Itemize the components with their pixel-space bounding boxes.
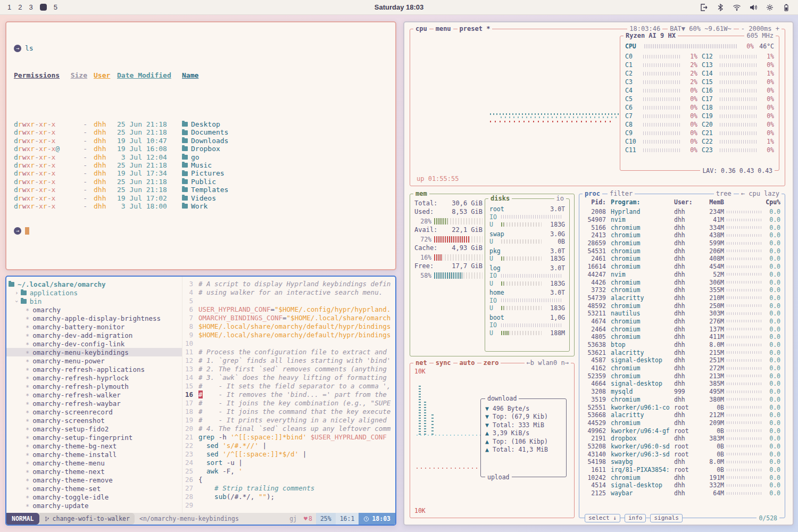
tree-item[interactable]: ∗ omarchy-refresh-plymouth	[6, 382, 182, 390]
code-line[interactable]: 13 # 2. The first `sed` removes comments…	[182, 365, 395, 373]
settings-gear-icon[interactable]	[766, 3, 774, 12]
process-row[interactable]: 4674 chromium dhh 276M 0.0	[584, 318, 780, 326]
filter-button[interactable]: filter	[608, 189, 635, 198]
workspace-number[interactable]: 3	[29, 3, 32, 11]
volume-icon[interactable]	[749, 3, 758, 12]
io-tab[interactable]: io	[554, 194, 566, 203]
process-row[interactable]: 54907 nvim dhh 41M 0.0	[584, 216, 780, 224]
process-row[interactable]: 54198 swaybg dhh 8.0M 0.0	[584, 458, 780, 466]
tree-item[interactable]: ∗ omarchy-theme-next	[6, 467, 182, 476]
tree-item[interactable]: ∗ omarchy-dev-add-migration	[6, 331, 182, 339]
code-line[interactable]: 22 sed 's/#.*//' |	[182, 442, 395, 450]
tree-item[interactable]: › applications	[6, 288, 182, 297]
code-line[interactable]: 14 # 3. `awk` does the heavy lifting of …	[182, 373, 395, 382]
net-tab[interactable]: zero	[481, 359, 501, 367]
process-row[interactable]: 4162 chromium dhh 272M 0.0	[584, 364, 780, 372]
process-row[interactable]: 54531 chromium dhh 206M 0.0	[584, 247, 780, 255]
mem-tab[interactable]: mem	[413, 189, 429, 198]
tree-item[interactable]: ∗ omarchy-toggle-idle	[6, 493, 182, 501]
process-row[interactable]: 52551 kworker/u96:1-co root 0B 0.0	[584, 403, 780, 411]
battery-icon[interactable]	[782, 3, 791, 12]
process-row[interactable]: 5166 chromium dhh 334M 0.0	[584, 223, 780, 231]
process-row[interactable]: 53208 kworker/u96:0-sd root 0B 0.0	[584, 443, 780, 451]
tree-item[interactable]: ∗ omarchy-menu-power	[6, 356, 182, 365]
process-row[interactable]: 53621 alacritty dhh 215M 0.0	[584, 348, 780, 356]
tree-item[interactable]: ∗ omarchy	[6, 305, 182, 314]
tree-item[interactable]: ∗ omarchy-menu-keybindings	[6, 348, 182, 356]
info-button[interactable]: info	[625, 514, 646, 522]
tree-item[interactable]: ∗ omarchy-battery-monitor	[6, 322, 182, 331]
code-line[interactable]: 24 sort -u |	[182, 459, 395, 467]
process-row[interactable]: 53638 btop dhh 8.0M 0.0	[584, 341, 780, 349]
process-row[interactable]: 3208 mysqld 999 495M 0.0	[584, 388, 780, 396]
process-row[interactable]: 2464 chromium dhh 137M 0.0	[584, 325, 780, 333]
tree-item[interactable]: ∗ omarchy-refresh-hyprlock	[6, 373, 182, 382]
code-line[interactable]: 11 # Process the configuration file to e…	[182, 348, 395, 356]
code-line[interactable]: 19 # - It prints everything in a nicely …	[182, 416, 395, 425]
process-row[interactable]: 4514 signal-desktop dhh 332M 0.0	[584, 481, 780, 489]
process-row[interactable]: 44529 chromium dhh 209M 0.0	[584, 419, 780, 427]
tree-item[interactable]: ∗ omarchy-setup-fido2	[6, 425, 182, 433]
code-line[interactable]: 5	[182, 297, 395, 305]
network-interface[interactable]: ←b wlan0 n→	[525, 359, 571, 367]
code-line[interactable]: 12 # 1. `grep` finds all lines starting …	[182, 356, 395, 365]
code-line[interactable]: 10	[182, 339, 395, 348]
code-line[interactable]: 27 # Strip trailing comments	[182, 484, 395, 493]
signals-button[interactable]: signals	[650, 514, 682, 522]
tree-item[interactable]: ∗ omarchy-theme-remove	[6, 476, 182, 484]
process-row[interactable]: 49962 kworker/u96:4-gf root 0B 0.0	[584, 427, 780, 435]
code-line[interactable]: 15 # - It sets the field separator to a …	[182, 382, 395, 390]
code-line[interactable]: 3 # A script to display Hyprland keybind…	[182, 280, 395, 288]
code-line[interactable]: 9 $HOME/.local/share/omarchy/default/hyp…	[182, 331, 395, 339]
process-row[interactable]: 43140 kworker/u96:3-sd root 0B 0.0	[584, 450, 780, 458]
terminal-window-ls[interactable]: → ls Permissions Size User Date Modified…	[5, 21, 396, 270]
code-line[interactable]: 18 # - It joins the command that the key…	[182, 408, 395, 416]
btop-tab[interactable]: preset *	[458, 24, 493, 33]
code-line[interactable]: 21 grep -h '^[[:space:]]*bind' $USER_HYP…	[182, 433, 395, 442]
process-row[interactable]: 3519 chromium dhh 380M 0.0	[584, 396, 780, 404]
process-row[interactable]: 4664 signal-desktop dhh 385M 0.0	[584, 380, 780, 388]
code-line[interactable]: 8 $HOME/.local/share/omarchy/default/hyp…	[182, 322, 395, 331]
tree-item[interactable]: ∗ omarchy-screenrecord	[6, 408, 182, 416]
btop-tab[interactable]: menu	[434, 24, 453, 33]
process-row[interactable]: 10242 chromium dhh 191M 0.0	[584, 473, 780, 481]
tree-item[interactable]: ~/.local/share/omarchy	[6, 280, 182, 288]
proc-tab[interactable]: proc	[583, 189, 602, 198]
code-line[interactable]: 25 awk -F, '	[182, 467, 395, 476]
code-editor[interactable]: 3 # A script to display Hyprland keybind…	[182, 277, 395, 513]
net-tab[interactable]: sync	[434, 359, 453, 367]
workspace-active-indicator[interactable]	[40, 4, 47, 11]
tree-toggle[interactable]: tree	[714, 189, 734, 198]
process-row[interactable]: 28659 chromium dhh 599M 0.0	[584, 239, 780, 247]
proc-options[interactable]: ← cpu lazy	[739, 189, 782, 198]
tree-item[interactable]: ∗ omarchy-theme-bg-next	[6, 442, 182, 450]
process-row[interactable]: 3732 chromium dhh 355M 0.0	[584, 286, 780, 294]
process-row[interactable]: 53668 alacritty dhh 212M 0.0	[584, 411, 780, 419]
code-line[interactable]: 26 {	[182, 476, 395, 484]
process-row[interactable]: 4805 chromium dhh 411M 0.0	[584, 333, 780, 341]
net-tab[interactable]: auto	[458, 359, 477, 367]
process-row[interactable]: 2125 waybar dhh 64M 0.0	[584, 489, 780, 497]
process-row[interactable]: 48592 chromium dhh 250M 0.0	[584, 302, 780, 310]
btop-window[interactable]: cpumenupreset * 18:03:46 BAT▼ 60% ~9.61W…	[403, 21, 794, 526]
process-row[interactable]: 16614 chromium dhh 454M 0.0	[584, 263, 780, 271]
process-row[interactable]: 54739 alacritty dhh 210M 0.0	[584, 294, 780, 302]
bluetooth-icon[interactable]	[716, 3, 725, 12]
process-row[interactable]: 2413 chromium dhh 438M 0.0	[584, 231, 780, 239]
tree-item[interactable]: ∗ omarchy-theme-install	[6, 450, 182, 459]
logout-icon[interactable]	[700, 3, 708, 12]
code-line[interactable]: 4 # using walker for an interactive sear…	[182, 288, 395, 297]
process-row[interactable]: 53211 nautilus dhh 303M 0.0	[584, 310, 780, 318]
process-row[interactable]: 52359 chromium dhh 213M 0.0	[584, 372, 780, 380]
tree-item[interactable]: ∗ omarchy-refresh-waybar	[6, 399, 182, 408]
tree-item[interactable]: ∗ omarchy-theme-menu	[6, 459, 182, 467]
tree-item[interactable]: ∗ omarchy-setup-fingerprint	[6, 433, 182, 442]
process-row[interactable]: 44247 nvim dhh 52M 0.0	[584, 271, 780, 279]
process-row[interactable]: 2461 chromium dhh 408M 0.0	[584, 255, 780, 263]
code-line[interactable]: 28 sub(/#.*/, "");	[182, 493, 395, 501]
tree-item[interactable]: ∗ omarchy-apple-display-brightness	[6, 314, 182, 322]
tree-item[interactable]: › bin	[6, 297, 182, 305]
workspace-number[interactable]: 5	[54, 3, 57, 11]
code-line[interactable]: 6 USER_HYPRLAND_CONF="$HOME/.config/hypr…	[182, 305, 395, 314]
process-row[interactable]: 4426 chromium dhh 306M 0.0	[584, 278, 780, 286]
